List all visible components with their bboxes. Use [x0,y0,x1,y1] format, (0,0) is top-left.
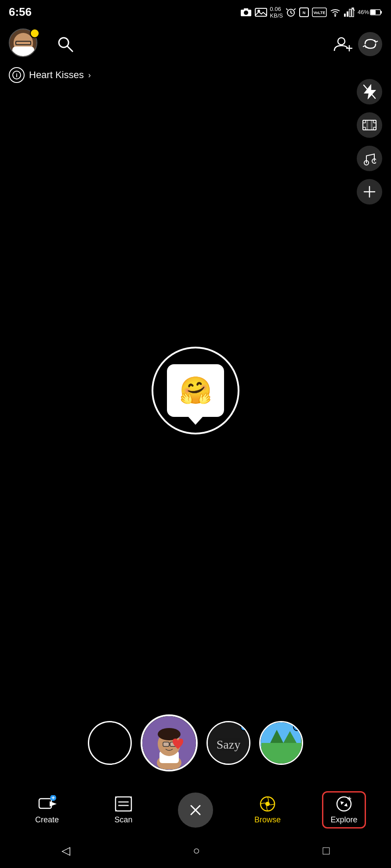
battery-icon [370,9,382,16]
capture-circle[interactable] [88,721,132,765]
battery-percent: 46% [358,9,369,15]
svg-rect-48 [261,743,301,763]
top-right-buttons [333,32,382,56]
svg-rect-28 [363,120,376,130]
add-friend-button[interactable] [333,35,354,53]
scan-label: Scan [114,815,132,825]
top-nav [0,24,391,64]
story-circles: Sazy [0,714,391,771]
explore-label: Explore [330,815,357,825]
recent-button[interactable]: □ [310,839,343,862]
nav-scan[interactable]: Scan [101,795,145,825]
status-bar: 6:56 0.06KB/S N VoLT [0,0,391,24]
svg-rect-34 [371,120,373,130]
android-nav: ◁ ○ □ [0,833,391,868]
filter-chevron: › [88,71,91,80]
nav-browse[interactable]: Browse [246,795,290,825]
svg-rect-3 [244,8,248,10]
bottom-nav: Create Scan [0,787,391,833]
bitmoji-story-circle[interactable] [141,714,198,771]
filter-name: Heart Kisses [29,69,84,81]
film-button[interactable] [357,112,382,138]
lens-ring: 🤗 [152,347,239,434]
svg-rect-14 [349,9,351,17]
camera-status-icon [240,7,252,17]
music-icon [363,151,376,165]
close-icon [188,802,203,818]
lens-face: 🤗 [179,377,212,404]
explore-icon [334,795,354,813]
music-button[interactable] [357,146,382,171]
image-status-icon [255,7,267,17]
notification-dot [30,29,40,38]
svg-line-21 [67,46,72,51]
film-icon [362,118,377,132]
bitmoji-story-inner [142,716,196,770]
home-button[interactable]: ○ [180,839,213,862]
svg-rect-43 [163,742,169,746]
capture-inner [89,722,130,764]
plus-icon [363,186,376,198]
svg-rect-19 [380,11,382,14]
flip-camera-icon [362,36,378,52]
svg-text:VoLTE: VoLTE [313,11,325,15]
story-badge-2 [240,723,248,731]
scan-icon [114,795,133,813]
create-icon-container [37,795,57,813]
story-circle-2[interactable]: Sazy [206,721,250,765]
volte-icon: VoLTE [312,7,327,17]
search-button[interactable] [53,32,77,56]
svg-rect-56 [116,797,131,811]
status-icons: 0.06KB/S N VoLTE [240,6,382,19]
back-button[interactable]: ◁ [48,839,83,862]
avatar[interactable] [9,29,40,59]
wifi-icon [329,7,341,17]
create-label: Create [35,815,59,825]
svg-text:N: N [303,11,306,15]
right-tools [357,79,382,204]
explore-icon-container [334,795,354,813]
browse-label: Browse [254,815,281,825]
svg-point-42 [158,728,181,740]
svg-rect-58 [118,805,129,806]
flash-off-icon [363,84,376,99]
svg-rect-51 [39,799,51,808]
svg-text:i: i [16,72,18,79]
svg-rect-18 [371,10,376,14]
create-icon [37,795,57,813]
svg-rect-33 [366,120,368,130]
lens-icon: 🤗 [167,364,224,417]
filter-info[interactable]: i Heart Kisses › [0,64,391,86]
svg-point-2 [245,11,247,14]
nav-create[interactable]: Create [25,795,69,825]
battery-indicator: 46% [358,9,382,16]
browse-icon-container [258,795,277,813]
svg-rect-57 [118,801,129,803]
network-speed: 0.06KB/S [270,6,283,19]
scan-icon-container [114,795,133,813]
svg-marker-52 [50,801,57,807]
add-friend-icon [333,35,354,53]
flip-camera-button[interactable] [358,32,382,56]
story-badge-3 [293,723,301,731]
story-circle-3[interactable] [259,721,303,765]
svg-rect-13 [347,11,348,17]
svg-rect-4 [255,8,267,16]
svg-text:Sazy: Sazy [217,738,240,751]
browse-icon [258,795,277,813]
svg-point-11 [334,15,336,17]
add-more-button[interactable] [357,179,382,204]
svg-point-22 [338,38,345,45]
svg-rect-12 [344,14,346,17]
filter-info-icon: i [9,67,25,83]
flash-button[interactable] [357,79,382,104]
close-button[interactable] [178,793,213,828]
nfc-icon: N [299,7,309,18]
signal-icon [344,7,355,17]
search-icon [56,35,74,53]
status-time: 6:56 [9,5,32,19]
nav-explore[interactable]: Explore [322,791,366,829]
lens-center: 🤗 [152,347,239,434]
alarm-icon [286,7,296,18]
